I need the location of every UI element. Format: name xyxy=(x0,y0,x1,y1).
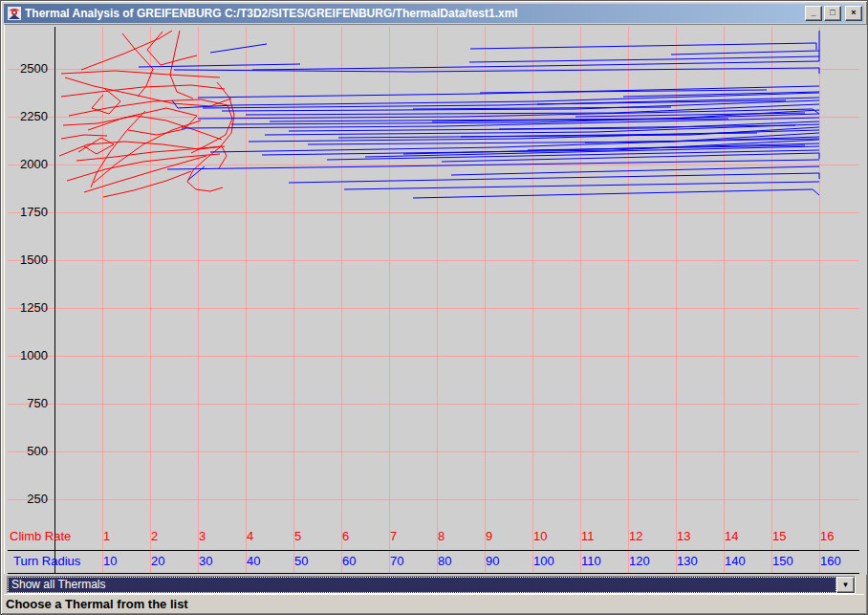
climb-rate-tick-label: 14 xyxy=(725,529,738,543)
thermal-chart-panel: 2500225020001750150012501000750500250Cli… xyxy=(4,24,866,574)
thermal-select-combobox[interactable]: Show all Thermals ▼ xyxy=(7,576,856,594)
climb-rate-tick-label: 1 xyxy=(103,529,110,543)
status-bar-text: Choose a Thermal from the list xyxy=(6,597,188,611)
combobox-selected-value[interactable]: Show all Thermals xyxy=(8,577,836,593)
status-bar: Choose a Thermal from the list xyxy=(4,594,864,611)
turn-radius-tick-label: 70 xyxy=(390,554,403,568)
turn-radius-axis-label: Turn Radius xyxy=(13,554,81,568)
window-title: Thermal Analysis of GREIFENBURG C:/T3D2/… xyxy=(25,7,805,20)
climb-rate-tick-label: 6 xyxy=(342,529,349,543)
turn-radius-tick-label: 40 xyxy=(247,554,260,568)
y-tick-label: 1500 xyxy=(20,253,48,267)
y-tick-label: 2000 xyxy=(20,157,48,171)
maximize-button[interactable]: □ xyxy=(824,6,841,21)
turn-radius-tick-label: 60 xyxy=(342,554,356,568)
combobox-dropdown-button[interactable]: ▼ xyxy=(836,577,855,593)
minimize-button[interactable]: _ xyxy=(805,6,822,21)
y-tick-label: 1750 xyxy=(20,205,48,219)
turn-radius-tick-label: 130 xyxy=(677,554,698,568)
turn-radius-tick-label: 50 xyxy=(294,554,308,568)
app-icon xyxy=(7,6,22,21)
climb-rate-tick-label: 15 xyxy=(772,529,786,543)
turn-radius-tick-label: 160 xyxy=(820,554,841,568)
turn-radius-tick-label: 120 xyxy=(629,554,650,568)
climb-rate-tick-label: 7 xyxy=(390,529,397,543)
thermal-chart: 2500225020001750150012501000750500250Cli… xyxy=(5,25,867,575)
title-bar[interactable]: Thermal Analysis of GREIFENBURG C:/T3D2/… xyxy=(4,4,864,23)
turn-radius-tick-label: 30 xyxy=(199,554,212,568)
chevron-down-icon: ▼ xyxy=(842,581,850,589)
app-window: Thermal Analysis of GREIFENBURG C:/T3D2/… xyxy=(0,0,868,615)
turn-radius-tick-label: 20 xyxy=(151,554,164,568)
climb-rate-tick-label: 3 xyxy=(199,529,206,543)
y-tick-label: 2250 xyxy=(20,109,48,123)
y-tick-label: 1250 xyxy=(20,300,48,315)
climb-rate-tick-label: 2 xyxy=(151,529,158,543)
y-tick-label: 1000 xyxy=(20,348,48,362)
close-button[interactable]: × xyxy=(845,6,862,21)
turn-radius-tick-label: 80 xyxy=(438,554,451,568)
climb-rate-tick-label: 16 xyxy=(820,529,834,543)
climb-rate-tick-label: 8 xyxy=(438,529,445,543)
turn-radius-tick-label: 100 xyxy=(533,554,554,568)
y-tick-label: 250 xyxy=(27,492,48,506)
y-tick-label: 750 xyxy=(27,396,48,410)
climb-rate-tick-label: 11 xyxy=(581,529,595,543)
turn-radius-tick-label: 110 xyxy=(581,554,601,568)
turn-radius-tick-label: 140 xyxy=(725,554,746,568)
y-tick-label: 500 xyxy=(27,444,48,458)
climb-rate-tick-label: 5 xyxy=(294,529,301,543)
window-controls: _ □ × xyxy=(805,6,862,21)
y-tick-label: 2500 xyxy=(20,61,48,76)
climb-rate-tick-label: 12 xyxy=(629,529,642,543)
climb-rate-tick-label: 4 xyxy=(247,529,253,543)
climb-rate-tick-label: 10 xyxy=(533,529,547,543)
turn-radius-tick-label: 150 xyxy=(772,554,793,568)
climb-rate-axis-label: Climb Rate xyxy=(10,529,71,543)
climb-rate-tick-label: 13 xyxy=(677,529,690,543)
turn-radius-tick-label: 90 xyxy=(486,554,499,568)
climb-rate-tick-label: 9 xyxy=(486,529,492,543)
turn-radius-tick-label: 10 xyxy=(103,554,117,568)
